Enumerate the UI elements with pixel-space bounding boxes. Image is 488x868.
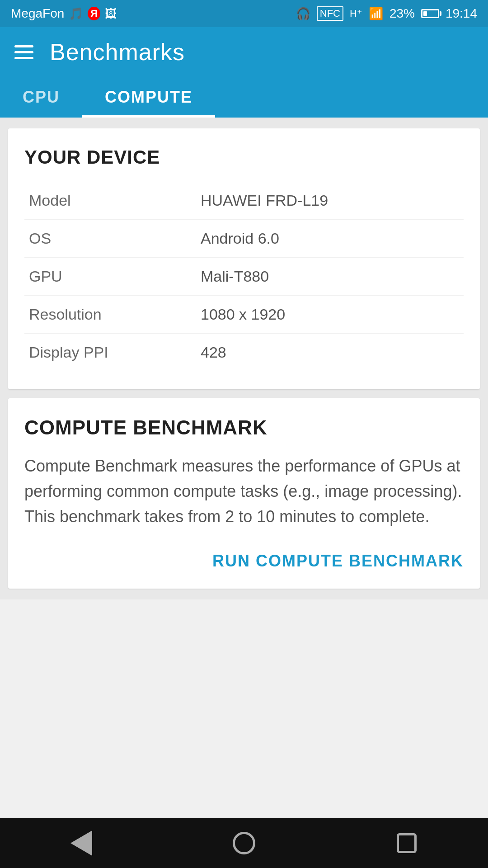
back-icon: [70, 830, 92, 856]
music-icon: 🎵: [69, 7, 83, 21]
app-bar: Benchmarks: [0, 27, 488, 77]
device-label-model: Model: [29, 192, 201, 209]
time-display: 19:14: [446, 6, 477, 21]
run-compute-benchmark-button[interactable]: RUN COMPUTE BENCHMARK: [212, 552, 464, 571]
device-row-gpu: GPU Mali-T880: [24, 258, 464, 296]
benchmark-description: Compute Benchmark measures the performan…: [24, 453, 464, 529]
device-label-os: OS: [29, 230, 201, 247]
hamburger-line-3: [14, 57, 33, 59]
device-value-gpu: Mali-T880: [201, 268, 269, 285]
app-title: Benchmarks: [50, 38, 185, 66]
device-row-os: OS Android 6.0: [24, 220, 464, 258]
headphone-icon: 🎧: [296, 7, 310, 21]
hamburger-line-2: [14, 51, 33, 53]
carrier-name: MegaFon: [11, 6, 64, 21]
menu-button[interactable]: [14, 45, 33, 59]
device-value-ppi: 428: [201, 344, 226, 361]
device-row-ppi: Display PPI 428: [24, 334, 464, 371]
device-value-model: HUAWEI FRD-L19: [201, 192, 328, 209]
device-label-resolution: Resolution: [29, 306, 201, 323]
bottom-navigation: [0, 818, 488, 868]
main-content: YOUR DEVICE Model HUAWEI FRD-L19 OS Andr…: [0, 118, 488, 599]
device-row-model: Model HUAWEI FRD-L19: [24, 182, 464, 220]
run-button-container: RUN COMPUTE BENCHMARK: [24, 552, 464, 571]
yandex-icon: Я: [88, 7, 100, 20]
battery-icon: [421, 9, 439, 18]
signal-icon: 📶: [369, 7, 383, 21]
nfc-icon: NFC: [317, 6, 343, 21]
home-icon: [233, 832, 255, 854]
device-section-heading: YOUR DEVICE: [24, 146, 464, 168]
battery-percent: 23%: [389, 6, 415, 21]
device-value-os: Android 6.0: [201, 230, 279, 247]
device-value-resolution: 488 x 868: [201, 306, 285, 323]
home-button[interactable]: [226, 825, 262, 861]
device-row-resolution: Resolution 488 x 868: [24, 296, 464, 334]
hamburger-line-1: [14, 45, 33, 47]
device-card: YOUR DEVICE Model HUAWEI FRD-L19 OS Andr…: [8, 128, 480, 389]
tab-cpu[interactable]: CPU: [0, 77, 82, 118]
benchmark-card: COMPUTE BENCHMARK Compute Benchmark meas…: [8, 398, 480, 589]
benchmark-heading: COMPUTE BENCHMARK: [24, 416, 464, 439]
recents-button[interactable]: [389, 825, 425, 861]
gallery-icon: 🖼: [105, 7, 117, 21]
tabs-bar: CPU COMPUTE: [0, 77, 488, 118]
device-label-ppi: Display PPI: [29, 344, 201, 361]
recents-icon: [397, 833, 417, 853]
status-right: 🎧 NFC H⁺ 📶 23% 19:14: [296, 6, 477, 21]
status-left: MegaFon 🎵 Я 🖼: [11, 6, 117, 21]
status-bar: MegaFon 🎵 Я 🖼 🎧 NFC H⁺ 📶 23% 19:14: [0, 0, 488, 27]
back-button[interactable]: [63, 825, 99, 861]
tab-compute[interactable]: COMPUTE: [82, 77, 215, 118]
device-label-gpu: GPU: [29, 268, 201, 285]
hspa-icon: H⁺: [350, 8, 362, 19]
